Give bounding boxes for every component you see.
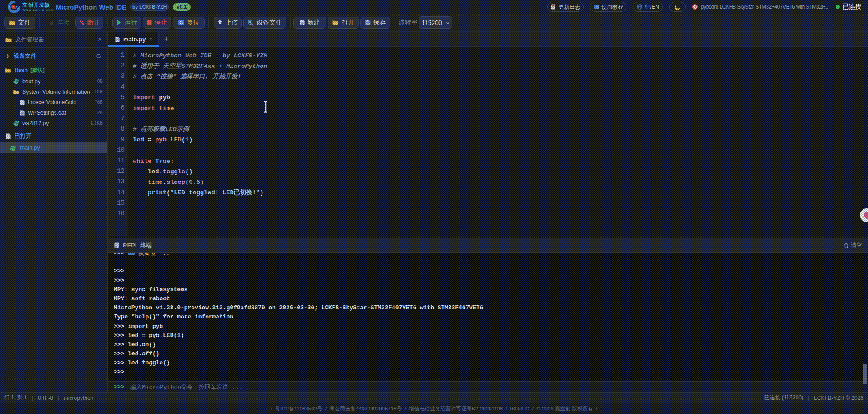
svg-text:SC: SC [15,5,20,10]
